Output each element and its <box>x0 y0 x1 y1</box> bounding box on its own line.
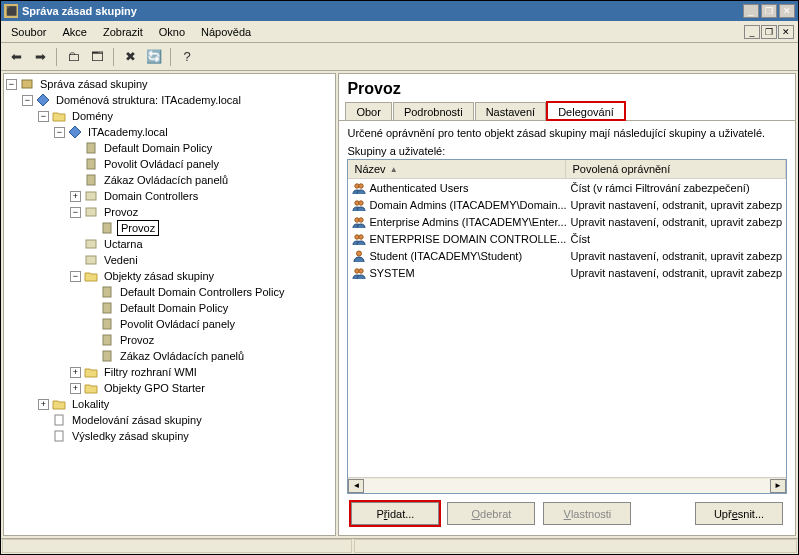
tree-vysledky[interactable]: Výsledky zásad skupiny <box>38 428 333 444</box>
list-row[interactable]: Domain Admins (ITACADEMY\Domain...Upravi… <box>348 196 786 213</box>
scroll-right-button[interactable]: ► <box>770 479 786 493</box>
mdi-close-button[interactable]: ✕ <box>778 25 794 39</box>
column-name[interactable]: Název▲ <box>348 160 566 178</box>
svg-rect-11 <box>103 287 111 297</box>
tree-gpo-ddcp[interactable]: Default Domain Controllers Policy <box>86 284 333 300</box>
tree-pane[interactable]: − Správa zásad skupiny − Doménová strukt… <box>3 73 336 536</box>
collapse-icon[interactable]: − <box>70 271 81 282</box>
forward-button[interactable]: ➡ <box>29 46 51 68</box>
tree-label: Provoz <box>101 205 141 219</box>
tree-gpo-zop2[interactable]: Zákaz Ovládacích panelů <box>86 348 333 364</box>
scroll-left-button[interactable]: ◄ <box>348 479 364 493</box>
svg-point-28 <box>359 268 363 272</box>
collapse-icon[interactable]: − <box>22 95 33 106</box>
row-permission: Upravit nastavení, odstranit, upravit za… <box>566 216 786 228</box>
column-permissions[interactable]: Povolená oprávnění <box>566 160 786 178</box>
svg-rect-8 <box>103 223 111 233</box>
list-row[interactable]: Enterprise Admins (ITACADEMY\Enter...Upr… <box>348 213 786 230</box>
tab-obor[interactable]: Obor <box>345 102 391 120</box>
mdi-maximize-button[interactable]: ❐ <box>761 25 777 39</box>
menu-soubor[interactable]: Soubor <box>3 23 54 41</box>
tree-label: Objekty zásad skupiny <box>101 269 217 283</box>
tree-ou-dc[interactable]: +Domain Controllers <box>70 188 333 204</box>
delete-button[interactable]: ✖ <box>119 46 141 68</box>
collapse-icon[interactable]: − <box>6 79 17 90</box>
gpo-icon <box>100 349 114 363</box>
menu-napoveda[interactable]: Nápověda <box>193 23 259 41</box>
close-button[interactable]: ✕ <box>779 4 795 18</box>
tree-gpo-provoz3[interactable]: Provoz <box>86 332 333 348</box>
titlebar: ⬛ Správa zásad skupiny _ ❐ ✕ <box>1 1 798 21</box>
tree-gpo-ddp[interactable]: Default Domain Policy <box>70 140 333 156</box>
delegation-listview[interactable]: Název▲ Povolená oprávnění Authenticated … <box>347 159 787 494</box>
row-name: Student (ITACADEMY\Student) <box>369 250 522 262</box>
add-button[interactable]: Přidat... <box>351 502 439 525</box>
help-button[interactable]: ? <box>176 46 198 68</box>
remove-button[interactable]: Odebrat <box>447 502 535 525</box>
results-icon <box>52 429 66 443</box>
mdi-minimize-button[interactable]: _ <box>744 25 760 39</box>
back-button[interactable]: ⬅ <box>5 46 27 68</box>
groups-users-label: Skupiny a uživatelé: <box>347 145 787 157</box>
tree-gpo-pop2[interactable]: Povolit Ovládací panely <box>86 316 333 332</box>
list-row[interactable]: Authenticated UsersČíst (v rámci Filtrov… <box>348 179 786 196</box>
tree-ou-uctarna[interactable]: Uctarna <box>70 236 333 252</box>
advanced-button[interactable]: Upřesnit... <box>695 502 783 525</box>
row-permission: Upravit nastavení, odstranit, upravit za… <box>566 250 786 262</box>
expand-icon[interactable]: + <box>70 383 81 394</box>
menubar: Soubor Akce Zobrazit Okno Nápověda _ ❐ ✕ <box>1 21 798 43</box>
modeling-icon <box>52 413 66 427</box>
expand-icon[interactable]: + <box>70 191 81 202</box>
detail-title: Provoz <box>339 74 795 102</box>
show-hide-button[interactable]: 🗔 <box>86 46 108 68</box>
svg-point-19 <box>359 183 363 187</box>
tree-lokality[interactable]: +Lokality <box>38 396 333 412</box>
tree-gpo-zod[interactable]: Zákaz Ovládacích panelů <box>70 172 333 188</box>
tree-gpo-container[interactable]: −Objekty zásad skupiny <box>70 268 333 284</box>
tree-label: Objekty GPO Starter <box>101 381 208 395</box>
collapse-icon[interactable]: − <box>54 127 65 138</box>
group-icon <box>352 198 366 212</box>
tree-domain[interactable]: − ITAcademy.local <box>54 124 333 140</box>
menu-akce[interactable]: Akce <box>54 23 94 41</box>
expand-icon[interactable]: + <box>38 399 49 410</box>
tree-gpo-pop[interactable]: Povolit Ovládací panely <box>70 156 333 172</box>
row-permission: Číst <box>566 233 786 245</box>
maximize-button[interactable]: ❐ <box>761 4 777 18</box>
ou-icon <box>84 253 98 267</box>
tree-ou-provoz[interactable]: −Provoz <box>70 204 333 220</box>
tree-starter[interactable]: +Objekty GPO Starter <box>70 380 333 396</box>
tree-gpo-ddp2[interactable]: Default Domain Policy <box>86 300 333 316</box>
collapse-icon[interactable]: − <box>38 111 49 122</box>
menu-okno[interactable]: Okno <box>151 23 193 41</box>
tree-modelovani[interactable]: Modelování zásad skupiny <box>38 412 333 428</box>
tree-root[interactable]: − Správa zásad skupiny <box>6 76 333 92</box>
tree-label: Lokality <box>69 397 112 411</box>
list-row[interactable]: ENTERPRISE DOMAIN CONTROLLE...Číst <box>348 230 786 247</box>
tree-forest[interactable]: − Doménová struktura: ITAcademy.local <box>22 92 333 108</box>
tree-domains[interactable]: − Domény <box>38 108 333 124</box>
row-name: Enterprise Admins (ITACADEMY\Enter... <box>369 216 566 228</box>
group-icon <box>352 181 366 195</box>
tree-wmi[interactable]: +Filtry rozhraní WMI <box>70 364 333 380</box>
menu-zobrazit[interactable]: Zobrazit <box>95 23 151 41</box>
collapse-icon[interactable]: − <box>70 207 81 218</box>
properties-button[interactable]: Vlastnosti <box>543 502 631 525</box>
minimize-button[interactable]: _ <box>743 4 759 18</box>
refresh-button[interactable]: 🔄 <box>143 46 165 68</box>
tab-delegovani[interactable]: Delegování <box>547 102 625 120</box>
tab-nastaveni[interactable]: Nastavení <box>475 102 547 120</box>
list-row[interactable]: Student (ITACADEMY\Student)Upravit nasta… <box>348 247 786 264</box>
svg-rect-9 <box>86 240 96 248</box>
ou-icon <box>84 237 98 251</box>
tree-label: Zákaz Ovládacích panelů <box>101 173 231 187</box>
tree-label: Provoz <box>117 333 157 347</box>
tree-gpo-provoz-selected[interactable]: Provoz <box>86 220 333 236</box>
list-row[interactable]: SYSTEMUpravit nastavení, odstranit, upra… <box>348 264 786 281</box>
gpm-icon <box>20 77 34 91</box>
up-button[interactable]: 🗀 <box>62 46 84 68</box>
expand-icon[interactable]: + <box>70 367 81 378</box>
horizontal-scrollbar[interactable]: ◄ ► <box>348 477 786 493</box>
tab-podrobnosti[interactable]: Podrobnosti <box>393 102 474 120</box>
tree-ou-vedeni[interactable]: Vedeni <box>70 252 333 268</box>
